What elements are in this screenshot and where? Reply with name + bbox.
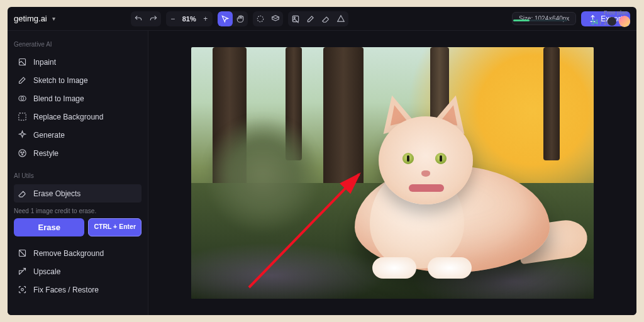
redo-button[interactable] [146, 11, 161, 26]
sidebar-item-sketch[interactable]: Sketch to Image [14, 71, 142, 89]
sidebar: Generative AI Inpaint Sketch to Image Bl… [8, 31, 148, 315]
history-tools [131, 11, 161, 26]
sidebar-item-label: Blend to Image [33, 94, 84, 103]
sidebar-item-label: Replace Background [33, 113, 103, 121]
sidebar-item-label: Inpaint [33, 58, 56, 67]
credits-progress [513, 19, 567, 21]
sidebar-item-label: Erase Objects [33, 189, 80, 198]
avatar[interactable] [619, 16, 630, 27]
sidebar-item-fix-faces[interactable]: Fix Faces / Restore [14, 280, 142, 299]
lasso-tool[interactable] [268, 11, 283, 26]
sidebar-item-inpaint[interactable]: Inpaint [14, 53, 142, 71]
svg-point-0 [257, 16, 263, 21]
brand-label: getimg.ai [14, 14, 47, 23]
undo-button[interactable] [131, 11, 146, 26]
notifications-icon[interactable] [608, 17, 616, 26]
sidebar-item-label: Fix Faces / Restore [33, 286, 99, 294]
sidebar-item-blend[interactable]: Blend to Image [14, 89, 142, 108]
topbar: getimg.ai ▾ − 81% + [8, 7, 636, 31]
app-window: Free plan 34 / 100 getimg.ai ▾ − 81% + [8, 7, 636, 315]
zoom-out-button[interactable]: − [166, 11, 180, 26]
image-tool[interactable] [288, 11, 303, 26]
sidebar-item-label: Sketch to Image [33, 76, 88, 85]
zoom-control: − 81% + [166, 11, 213, 26]
shapes-tool[interactable] [333, 11, 348, 26]
sidebar-item-upscale[interactable]: Upscale [14, 262, 142, 280]
sidebar-item-restyle[interactable]: Restyle [14, 144, 142, 162]
zoom-in-button[interactable]: + [199, 11, 213, 26]
canvas-size-pill[interactable]: Size: 1024×640px [512, 12, 576, 25]
marquee-tool[interactable] [253, 11, 268, 26]
select-tools [218, 11, 248, 26]
pointer-tool[interactable] [218, 11, 233, 26]
svg-point-2 [294, 17, 295, 18]
sidebar-item-label: Restyle [33, 149, 58, 158]
erase-credit-hint: Need 1 image credit to erase. [14, 208, 142, 214]
sidebar-head-generative: Generative AI [14, 41, 142, 48]
svg-point-10 [22, 153, 23, 155]
svg-point-7 [19, 150, 26, 157]
svg-point-8 [21, 152, 22, 153]
zoom-value: 81% [180, 15, 199, 23]
sidebar-head-utils: AI Utils [14, 172, 142, 179]
eraser-tool[interactable] [318, 11, 333, 26]
sidebar-item-erase-objects[interactable]: Erase Objects [14, 184, 142, 203]
plan-label: Free plan [604, 9, 628, 16]
sidebar-item-generate[interactable]: Generate [14, 126, 142, 144]
svg-rect-1 [292, 16, 298, 21]
cat-subject [304, 96, 581, 285]
chevron-down-icon: ▾ [52, 15, 55, 22]
erased-region [206, 115, 319, 235]
hand-tool[interactable] [233, 11, 248, 26]
sidebar-item-replace-bg[interactable]: Replace Background [14, 108, 142, 126]
canvas-image[interactable] [191, 47, 594, 299]
svg-point-12 [21, 289, 24, 291]
sidebar-item-label: Generate [33, 131, 65, 140]
edit-tools [288, 11, 348, 26]
svg-rect-6 [19, 113, 26, 120]
sidebar-item-remove-bg[interactable]: Remove Background [14, 244, 142, 262]
brand[interactable]: getimg.ai ▾ [14, 14, 55, 23]
svg-point-9 [23, 152, 24, 153]
erase-shortcut: CTRL + Enter [88, 218, 142, 236]
sidebar-item-label: Remove Background [33, 249, 104, 258]
selection-tools [253, 11, 283, 26]
sidebar-item-label: Upscale [33, 267, 60, 276]
erase-button[interactable]: Erase [14, 218, 84, 236]
canvas-area[interactable] [148, 31, 636, 315]
brush-tool[interactable] [303, 11, 318, 26]
